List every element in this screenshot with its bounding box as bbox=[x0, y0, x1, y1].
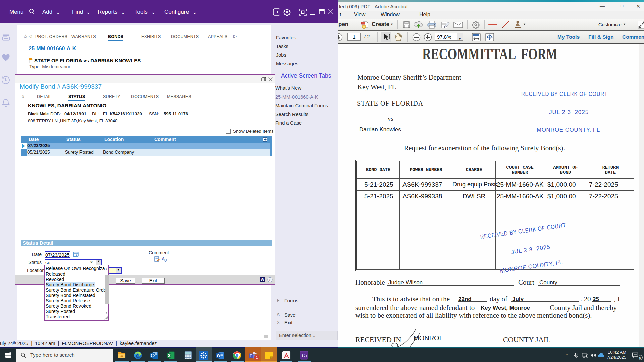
svg-text:5: 5 bbox=[639, 356, 641, 359]
svg-text:1: 1 bbox=[256, 355, 258, 359]
